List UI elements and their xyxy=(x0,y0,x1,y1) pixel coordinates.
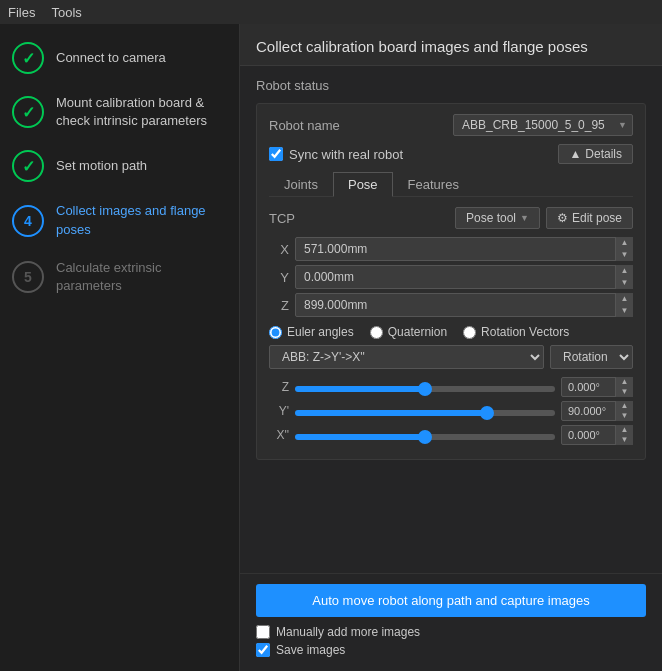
coord-row-z: Z ▲ ▼ xyxy=(269,293,633,317)
slider-x-label: X'' xyxy=(269,428,289,442)
save-images-checkbox[interactable] xyxy=(256,643,270,657)
step-5-number: 5 xyxy=(24,269,32,285)
slider-x-spin-down[interactable]: ▼ xyxy=(616,435,633,445)
robot-name-select-wrapper: ABB_CRB_15000_5_0_95 xyxy=(453,114,633,136)
slider-y-spin-down[interactable]: ▼ xyxy=(616,411,633,421)
slider-z-label: Z xyxy=(269,380,289,394)
slider-x-spin-up[interactable]: ▲ xyxy=(616,425,633,435)
manually-add-label: Manually add more images xyxy=(276,625,420,639)
sync-label: Sync with real robot xyxy=(289,147,403,162)
slider-row-z: Z ▲ ▼ xyxy=(269,377,633,397)
details-button[interactable]: ▲ Details xyxy=(558,144,633,164)
quaternion-option[interactable]: Quaternion xyxy=(370,325,447,339)
step-2-icon: ✓ xyxy=(12,96,44,128)
robot-name-label: Robot name xyxy=(269,118,340,133)
tab-joints[interactable]: Joints xyxy=(269,172,333,196)
checkmark-icon-2: ✓ xyxy=(22,103,35,122)
x-spin-btns: ▲ ▼ xyxy=(615,237,633,261)
manually-add-row: Manually add more images xyxy=(256,625,646,639)
rotation-vectors-option[interactable]: Rotation Vectors xyxy=(463,325,569,339)
slider-x-value-wrapper: ▲ ▼ xyxy=(561,425,633,445)
tab-pose[interactable]: Pose xyxy=(333,172,393,197)
tcp-label: TCP xyxy=(269,211,295,226)
pose-tool-label: Pose tool xyxy=(466,211,516,225)
step-5-icon: 5 xyxy=(12,261,44,293)
sidebar-steps: ✓ Connect to camera ✓ Mount calibration … xyxy=(0,24,239,305)
sidebar-item-connect[interactable]: ✓ Connect to camera xyxy=(0,32,239,84)
menu-tools[interactable]: Tools xyxy=(51,5,81,20)
sidebar-item-motion[interactable]: ✓ Set motion path xyxy=(0,140,239,192)
bottom-bar: Auto move robot along path and capture i… xyxy=(240,573,662,671)
y-input-wrapper: ▲ ▼ xyxy=(295,265,633,289)
auto-move-button[interactable]: Auto move robot along path and capture i… xyxy=(256,584,646,617)
convention-row: ABB: Z->Y'->X'' Rotation xyxy=(269,345,633,369)
rotation-vectors-radio[interactable] xyxy=(463,326,476,339)
x-spin-down[interactable]: ▼ xyxy=(616,249,633,261)
details-label: Details xyxy=(585,147,622,161)
step-1-label: Connect to camera xyxy=(56,49,166,67)
slider-x[interactable] xyxy=(295,434,555,440)
main-content: Collect calibration board images and fla… xyxy=(240,24,662,671)
slider-y-spin-up[interactable]: ▲ xyxy=(616,401,633,411)
page-title: Collect calibration board images and fla… xyxy=(256,38,646,55)
euler-label: Euler angles xyxy=(287,325,354,339)
x-input[interactable] xyxy=(295,237,633,261)
sidebar-item-mount[interactable]: ✓ Mount calibration board & check intrin… xyxy=(0,84,239,140)
sync-row: Sync with real robot ▲ Details xyxy=(269,144,633,164)
pose-tool-button[interactable]: Pose tool xyxy=(455,207,540,229)
step-4-icon: 4 xyxy=(12,205,44,237)
step-5-label: Calculate extrinsic parameters xyxy=(56,259,227,295)
robot-status-title: Robot status xyxy=(256,78,646,93)
menu-files[interactable]: Files xyxy=(8,5,35,20)
y-spin-up[interactable]: ▲ xyxy=(616,265,633,277)
slider-z[interactable] xyxy=(295,386,555,392)
slider-y-wrapper xyxy=(295,404,555,419)
edit-pose-button[interactable]: ⚙ Edit pose xyxy=(546,207,633,229)
z-input-wrapper: ▲ ▼ xyxy=(295,293,633,317)
step-4-label: Collect images and flange poses xyxy=(56,202,227,238)
edit-pose-label: Edit pose xyxy=(572,211,622,225)
euler-option[interactable]: Euler angles xyxy=(269,325,354,339)
slider-y-label: Y' xyxy=(269,404,289,418)
sync-left: Sync with real robot xyxy=(269,147,403,162)
y-spin-down[interactable]: ▼ xyxy=(616,277,633,289)
euler-radio[interactable] xyxy=(269,326,282,339)
checkmark-icon-3: ✓ xyxy=(22,157,35,176)
slider-z-spin-up[interactable]: ▲ xyxy=(616,377,633,387)
z-input[interactable] xyxy=(295,293,633,317)
tcp-right: Pose tool ⚙ Edit pose xyxy=(455,207,633,229)
rotation-type-select[interactable]: Rotation xyxy=(550,345,633,369)
z-spin-down[interactable]: ▼ xyxy=(616,305,633,317)
quaternion-radio[interactable] xyxy=(370,326,383,339)
robot-status-box: Robot name ABB_CRB_15000_5_0_95 Sync wit… xyxy=(256,103,646,460)
step-1-icon: ✓ xyxy=(12,42,44,74)
y-axis-label: Y xyxy=(269,270,289,285)
convention-select[interactable]: ABB: Z->Y'->X'' xyxy=(269,345,544,369)
gear-icon: ⚙ xyxy=(557,211,568,225)
sidebar-item-collect[interactable]: 4 Collect images and flange poses xyxy=(0,192,239,248)
manually-add-checkbox[interactable] xyxy=(256,625,270,639)
robot-name-select[interactable]: ABB_CRB_15000_5_0_95 xyxy=(453,114,633,136)
x-spin-up[interactable]: ▲ xyxy=(616,237,633,249)
slider-z-spin-down[interactable]: ▼ xyxy=(616,387,633,397)
y-input[interactable] xyxy=(295,265,633,289)
menubar: Files Tools xyxy=(0,0,662,24)
content-body: Robot status Robot name ABB_CRB_15000_5_… xyxy=(240,66,662,573)
coord-row-x: X ▲ ▼ xyxy=(269,237,633,261)
slider-y-spin: ▲ ▼ xyxy=(615,401,633,421)
step-3-label: Set motion path xyxy=(56,157,147,175)
z-spin-btns: ▲ ▼ xyxy=(615,293,633,317)
save-images-row: Save images xyxy=(256,643,646,657)
checkmark-icon: ✓ xyxy=(22,49,35,68)
coord-row-y: Y ▲ ▼ xyxy=(269,265,633,289)
save-images-label: Save images xyxy=(276,643,345,657)
sidebar-item-calculate[interactable]: 5 Calculate extrinsic parameters xyxy=(0,249,239,305)
x-input-wrapper: ▲ ▼ xyxy=(295,237,633,261)
sync-checkbox[interactable] xyxy=(269,147,283,161)
slider-row-y: Y' ▲ ▼ xyxy=(269,401,633,421)
slider-y-value-wrapper: ▲ ▼ xyxy=(561,401,633,421)
slider-y[interactable] xyxy=(295,410,555,416)
tab-features[interactable]: Features xyxy=(393,172,474,196)
z-spin-up[interactable]: ▲ xyxy=(616,293,633,305)
step-3-icon: ✓ xyxy=(12,150,44,182)
